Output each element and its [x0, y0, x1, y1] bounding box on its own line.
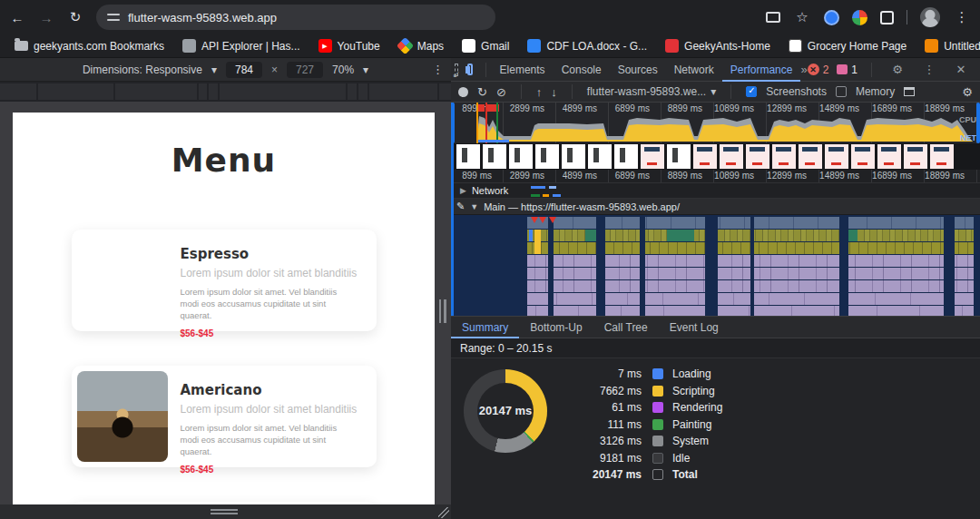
tab-performance[interactable]: Performance [722, 58, 801, 82]
menu-card-americano[interactable]: Americano Lorem ipsum dolor sit amet bla… [72, 366, 377, 467]
cast-icon[interactable] [766, 12, 780, 23]
forward-icon[interactable]: → [34, 5, 58, 29]
summary-legend: 7 ms Loading 7662 ms Scripting 61 ms Ren… [558, 366, 722, 484]
scripting-swatch [652, 386, 663, 397]
legend-row-painting: 111 ms Painting [558, 416, 722, 434]
clear-icon[interactable]: ⊘ [496, 85, 506, 99]
overview-right-handle[interactable] [976, 103, 980, 143]
summary-pane: 20147 ms 7 ms Loading 7662 ms Scripting … [451, 358, 980, 519]
perf-settings-gear-icon[interactable]: ⚙ [962, 85, 973, 99]
reload-record-icon[interactable]: ↻ [477, 85, 487, 99]
profile-avatar[interactable] [920, 7, 940, 27]
bookmark-api-explorer[interactable]: API Explorer | Has... [175, 36, 308, 55]
url-text[interactable]: flutter-wasm-95893.web.app [128, 11, 277, 24]
main-flame-chart[interactable] [451, 215, 980, 316]
extensions-icon[interactable] [880, 11, 894, 24]
record-icon[interactable] [458, 87, 468, 97]
tab-elements[interactable]: Elements [492, 58, 554, 82]
gc-segment [585, 230, 596, 241]
extension-blue-icon[interactable] [824, 10, 839, 25]
tab-console[interactable]: Console [554, 58, 610, 82]
screenshots-filmstrip[interactable] [451, 143, 980, 170]
resize-handle-horizontal[interactable] [211, 509, 238, 514]
device-emulation-pane: Dimensions: Responsive ▾ 784 × 727 70% ▾… [0, 58, 451, 519]
garbage-collect-icon[interactable] [904, 87, 915, 96]
resize-corner[interactable] [438, 507, 449, 518]
legend-row-rendering: 61 ms Rendering [558, 399, 722, 416]
bookmark-gmail[interactable]: M Gmail [455, 36, 516, 55]
cpu-label: CPU [959, 115, 976, 124]
range-label: Range: 0 – 20.15 s [451, 338, 980, 358]
triangle-down-icon[interactable]: ▼ [470, 202, 478, 211]
gc-segment [848, 230, 858, 241]
width-input[interactable]: 784 [226, 62, 262, 78]
panel-left-drag-handle[interactable] [451, 103, 454, 316]
bookmark-grocery[interactable]: N Grocery Home Page [781, 36, 914, 55]
legend-row-system: 3126 ms System [558, 433, 722, 450]
maps-pin-icon [397, 37, 414, 54]
loading-swatch [652, 368, 663, 379]
dimensions-select[interactable]: Dimensions: Responsive [83, 64, 202, 76]
menu-kebab-icon[interactable]: ⋮ [953, 9, 971, 25]
bookmark-cdf-doc[interactable]: CDF LOA.docx - G... [520, 36, 654, 55]
bookmark-diagram[interactable]: Untitled Diagram -... [917, 36, 980, 55]
tab-bottom-up[interactable]: Bottom-Up [519, 316, 593, 338]
profile-select[interactable]: flutter-wasm-95893.we... ▾ [587, 85, 716, 98]
bookmark-geekyants-home[interactable]: GeekyAnts-Home [658, 36, 778, 55]
timeline-overview[interactable]: 899 ms 2899 ms 4899 ms 6899 ms 8899 ms 1… [451, 103, 980, 143]
flame-ruler: 899 ms 2899 ms 4899 ms 6899 ms 8899 ms 1… [451, 170, 980, 183]
divider [906, 10, 907, 24]
site-settings-icon[interactable] [107, 12, 120, 23]
dcl-marker [496, 103, 498, 143]
screenshots-checkbox[interactable] [746, 86, 757, 97]
idle-swatch [652, 453, 663, 464]
height-input[interactable]: 727 [287, 62, 323, 78]
settings-gear-icon[interactable]: ⚙ [886, 63, 909, 76]
extension-pinwheel-icon[interactable] [852, 10, 867, 25]
resize-handle-vertical[interactable] [439, 299, 446, 323]
warning-marker [549, 217, 556, 223]
main-track-header[interactable]: ✎ ▼ Main — https://flutter-wasm-95893.we… [451, 199, 980, 215]
console-errors-badge[interactable]: ✕ 2 [808, 64, 829, 76]
legend-row-scripting: 7662 ms Scripting [558, 383, 722, 400]
download-profile-icon[interactable]: ↓ [551, 85, 557, 99]
activity-donut-chart: 20147 ms [464, 369, 547, 453]
memory-checkbox[interactable] [836, 86, 847, 97]
tab-network[interactable]: Network [666, 58, 722, 82]
close-icon[interactable]: ✕ [949, 63, 973, 76]
divider [572, 84, 573, 99]
network-track[interactable]: ▶ Network [451, 183, 980, 199]
more-tabs-icon[interactable]: » [800, 63, 807, 76]
issues-badge[interactable]: 1 [837, 64, 858, 76]
bookmark-maps[interactable]: Maps [391, 36, 451, 55]
youtube-icon: ▶ [318, 39, 332, 53]
devtools-kebab-icon[interactable]: ⋮ [917, 63, 941, 76]
device-toolbar: Dimensions: Responsive ▾ 784 × 727 70% ▾… [0, 58, 451, 82]
tab-event-log[interactable]: Event Log [659, 316, 730, 338]
devtools-panel: Elements Console Sources Network Perform… [451, 58, 980, 519]
bookmark-geekyants-folder[interactable]: geekyants.com Bookmarks [7, 37, 172, 55]
upload-profile-icon[interactable]: ↑ [536, 85, 543, 99]
globe-icon [182, 39, 196, 53]
drawio-icon [925, 39, 938, 53]
tab-call-tree[interactable]: Call Tree [593, 316, 659, 338]
menu-card-espresso[interactable]: Espresso Lorem ipsum dolor sit amet blan… [72, 230, 377, 331]
tab-sources[interactable]: Sources [610, 58, 666, 82]
tab-summary[interactable]: Summary [451, 316, 519, 338]
network-request-bar [553, 194, 561, 197]
americano-photo [77, 371, 168, 462]
device-toolbar-toggle-icon[interactable] [467, 64, 473, 75]
triangle-right-icon[interactable]: ▶ [460, 186, 466, 195]
legend-row-idle: 9181 ms Idle [558, 450, 722, 467]
pencil-icon[interactable]: ✎ [456, 201, 465, 212]
inspect-element-icon[interactable] [455, 64, 458, 76]
details-tabbar: Summary Bottom-Up Call Tree Event Log [451, 316, 980, 338]
zoom-select[interactable]: 70% [332, 64, 354, 76]
bookmark-star-icon[interactable]: ☆ [793, 9, 811, 25]
bookmark-youtube[interactable]: ▶ YouTube [311, 36, 387, 55]
reload-icon[interactable]: ↻ [64, 5, 87, 29]
back-icon[interactable]: ← [5, 5, 29, 29]
item-price: $56-$45 [181, 465, 358, 475]
device-toolbar-kebab-icon[interactable]: ⋮ [432, 63, 444, 76]
address-bar[interactable]: flutter-wasm-95893.web.app [96, 5, 495, 30]
